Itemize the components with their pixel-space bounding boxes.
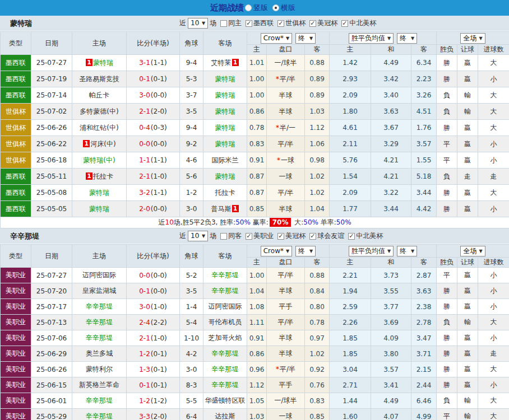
home-team: 辛辛那堤 (86, 412, 113, 420)
odds-away-cell: 1.02 (305, 346, 330, 362)
away-team-cell: 辛辛那堤 (203, 362, 247, 377)
same-venue-checkbox[interactable] (220, 20, 227, 27)
league-filter-checkbox-0[interactable] (246, 20, 252, 27)
bookmaker-select[interactable]: Crow*▼ (261, 246, 292, 256)
score-cell: 2-1(1-0) (127, 330, 180, 346)
avg-draw-cell: 3.80 (371, 346, 411, 362)
avg-home-cell: 1.94 (330, 283, 371, 299)
handicap-text: 平/半 (277, 189, 293, 197)
date-cell: 25-06-01 (31, 393, 72, 409)
handicap-cell: *半/一 (267, 120, 305, 136)
team-label: 芝加哥火焰 (209, 334, 242, 342)
handicap-text: 一球 (279, 172, 293, 180)
same-venue-checkbox[interactable] (220, 233, 227, 240)
avg-odds-select[interactable]: 胜平负均值▼ (349, 246, 394, 256)
avg-away-cell: 2.23 (411, 71, 437, 87)
avg-away-cell: 2.78 (411, 315, 437, 330)
radio-horizontal[interactable] (272, 4, 279, 11)
radio-vertical-label[interactable]: 竖版 (253, 3, 268, 13)
handicap-cell: 平/半 (267, 315, 305, 330)
section-header: 辛辛那堤近10▼场同客美职业美冠杯球会友谊中北美杯 (0, 228, 509, 244)
halftime-score: (0-0) (151, 91, 167, 99)
league-filter-checkbox-3[interactable] (348, 233, 355, 240)
outcome-cell: 勝 (437, 299, 457, 315)
halftime-score: (2-0) (151, 108, 167, 115)
team-label: 华盛顿特区联 (205, 396, 246, 404)
score-cell: 0-1(0-1) (127, 71, 180, 87)
avg-draw-cell: 4.09 (371, 330, 411, 346)
corner-cell: 4-2 (180, 346, 203, 362)
handicap-result-cell: 贏 (457, 346, 478, 362)
score-cell: 0-1(0-0) (127, 283, 180, 299)
league-filter-checkbox-1[interactable] (277, 233, 284, 240)
avg-odds-select[interactable]: 胜平负均值▼ (349, 33, 394, 44)
away-team-cell: 托拉卡 (203, 185, 247, 201)
score-cell: 1-1(1-1) (127, 152, 180, 169)
team-label: 辛辛那堤 (212, 381, 239, 389)
avg-odds-select-value: 胜平负均值 (351, 34, 385, 43)
away-team: 辛辛那堤 (212, 349, 239, 357)
games-count-select-value: 10 (191, 232, 200, 240)
odds-group-header: 全场▼ (437, 245, 509, 258)
outcome-cell: 平 (437, 152, 457, 169)
date-cell: 25-07-27 (31, 55, 72, 71)
team-label: 达拉斯 (215, 412, 235, 420)
corner-cell: 5-3 (180, 71, 203, 87)
summary-segment: 场,胜5平2负3, 胜率: (174, 218, 235, 226)
handicap-result-cell: 贏 (457, 377, 478, 393)
fulltime-score: 3-1 (139, 59, 150, 67)
home-team: 奥兰多城 (86, 349, 113, 357)
handicap-result-cell: 輸 (457, 409, 478, 420)
league-filter-checkbox-0[interactable] (246, 233, 252, 240)
league-filter-checkbox-2[interactable] (309, 233, 316, 240)
home-team: 蒙特利尔 (86, 365, 113, 373)
halftime-score: (1-1) (151, 189, 167, 197)
bookmaker-select[interactable]: Crow*▼ (261, 33, 292, 44)
table-row: 世俱杯25-07-02多特蒙德(中)2-1(2-0)3-5蒙特瑞0.86半球1.… (1, 104, 509, 120)
radio-horizontal-label[interactable]: 横版 (281, 3, 295, 13)
odds-home-cell: 0.85 (247, 201, 267, 217)
column-subheader: 主 (330, 45, 371, 55)
full-match-select[interactable]: 全场▼ (460, 33, 485, 44)
home-team: 浦和红钻(中) (80, 124, 118, 132)
home-team: 蒙特瑞 (89, 189, 109, 197)
final-odds-select[interactable]: 终▼ (295, 33, 316, 44)
handicap-cell: 半球 (267, 283, 305, 299)
odds-home-cell: 1.05 (247, 393, 267, 409)
home-team-cell: 蒙特瑞 (72, 201, 127, 217)
league-filter-checkbox-3[interactable] (341, 20, 348, 27)
table-row: 世俱杯25-06-26浦和红钻(中)0-4(0-3)9-4蒙特瑞0.78*半/一… (1, 120, 509, 136)
score-cell: 3-0(0-0) (127, 87, 180, 104)
team-label: 蒙特利尔 (86, 365, 113, 373)
final-odds-select[interactable]: 终▼ (295, 246, 316, 256)
league-cell: 墨西联 (1, 55, 31, 71)
avg-away-cell: 4.42 (411, 201, 437, 217)
table-row: 美职业25-06-01辛辛那堤1-2(1-2)5-5华盛顿特区联1.05一/球半… (1, 393, 509, 409)
away-team: 蒙特瑞 (215, 140, 235, 148)
home-team-cell: 帕丘卡 (72, 87, 127, 104)
matches-table: 类型日期主场比分(半场)角球客场Crow*▼终▼胜平负均值▼终▼全场▼主盘口客主… (0, 31, 509, 228)
rank-badge: 1 (83, 140, 90, 147)
league-filter-label: 美冠杯 (285, 231, 306, 241)
column-header: 角球 (180, 245, 203, 268)
final-avg-select[interactable]: 终▼ (397, 246, 417, 256)
league-filter-checkbox-2[interactable] (309, 20, 316, 27)
handicap-result-cell: 輸 (457, 104, 478, 120)
handicap-text: 半球 (279, 91, 293, 99)
radio-vertical[interactable] (245, 4, 252, 11)
games-count-select[interactable]: 10▼ (188, 18, 208, 29)
avg-draw-cell: 4.07 (371, 409, 411, 420)
matches-table: 类型日期主场比分(半场)角球客场Crow*▼终▼胜平负均值▼终▼全场▼主盘口客主… (0, 244, 509, 420)
score-cell: 0-0(0-0) (127, 268, 180, 283)
league-filter-checkbox-1[interactable] (277, 20, 284, 27)
near-label: 近 (179, 231, 186, 241)
column-subheader: 盘口 (267, 258, 305, 268)
games-count-select[interactable]: 10▼ (188, 231, 208, 241)
team-label: 蒙特瑞 (215, 140, 235, 148)
rank-badge: 1 (232, 59, 239, 66)
full-match-select[interactable]: 全场▼ (460, 246, 485, 256)
team-label: 托拉卡 (93, 172, 113, 180)
section-header: 蒙特瑞近10▼场同主墨西联世俱杯美冠杯中北美杯 (0, 16, 509, 31)
final-avg-select[interactable]: 终▼ (397, 33, 417, 44)
odds-away-cell: 0.88 (305, 55, 330, 71)
